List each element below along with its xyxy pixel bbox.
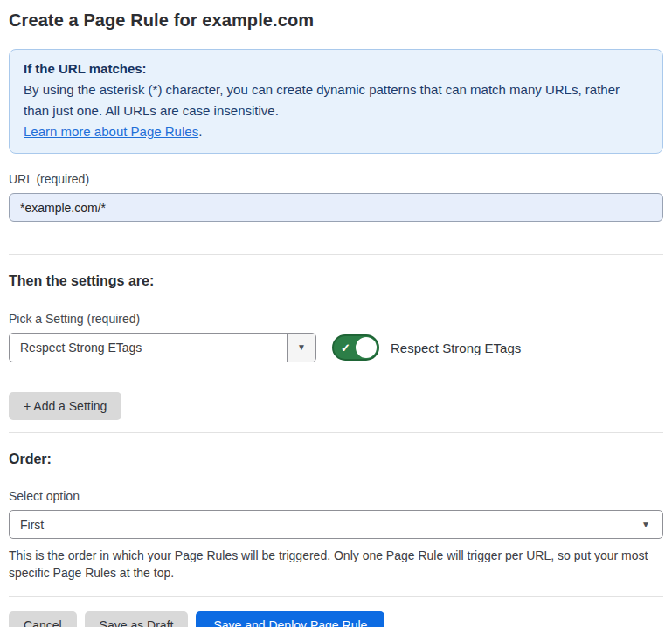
select-option-label: Select option xyxy=(9,489,663,503)
info-box-link-line: Learn more about Page Rules. xyxy=(24,121,648,142)
pick-setting-label: Pick a Setting (required) xyxy=(9,312,663,326)
setting-select-arrow-box[interactable]: ▼ xyxy=(287,334,315,362)
save-deploy-button[interactable]: Save and Deploy Page Rule xyxy=(196,611,384,627)
chevron-down-icon: ▼ xyxy=(641,520,650,529)
order-help-text: This is the order in which your Page Rul… xyxy=(9,547,655,582)
setting-select-value: Respect Strong ETags xyxy=(10,334,287,362)
section-divider xyxy=(9,254,663,255)
settings-heading: Then the settings are: xyxy=(9,273,663,289)
url-input[interactable] xyxy=(9,193,663,222)
info-box-heading: If the URL matches: xyxy=(24,59,648,79)
link-suffix: . xyxy=(198,124,202,139)
footer-actions: Cancel Save as Draft Save and Deploy Pag… xyxy=(9,611,663,627)
save-draft-button[interactable]: Save as Draft xyxy=(85,611,189,627)
info-box-body: By using the asterisk (*) character, you… xyxy=(24,79,648,121)
order-select[interactable]: First ▼ xyxy=(9,510,663,539)
order-heading: Order: xyxy=(9,451,663,467)
order-select-value: First xyxy=(20,518,641,532)
footer-divider xyxy=(9,596,663,597)
setting-toggle[interactable]: ✓ xyxy=(332,334,379,361)
cancel-button[interactable]: Cancel xyxy=(9,611,77,627)
toggle-label: Respect Strong ETags xyxy=(391,341,521,355)
learn-more-link[interactable]: Learn more about Page Rules xyxy=(24,124,198,139)
section-divider xyxy=(9,432,663,433)
chevron-down-icon: ▼ xyxy=(297,343,306,352)
url-label: URL (required) xyxy=(9,172,663,186)
check-icon: ✓ xyxy=(341,342,350,354)
add-setting-button[interactable]: + Add a Setting xyxy=(9,392,121,420)
toggle-knob xyxy=(356,337,377,358)
page-title: Create a Page Rule for example.com xyxy=(9,10,663,31)
url-match-info-box: If the URL matches: By using the asteris… xyxy=(9,49,663,154)
setting-row: Respect Strong ETags ▼ ✓ Respect Strong … xyxy=(9,333,663,362)
setting-select[interactable]: Respect Strong ETags ▼ xyxy=(9,333,316,362)
